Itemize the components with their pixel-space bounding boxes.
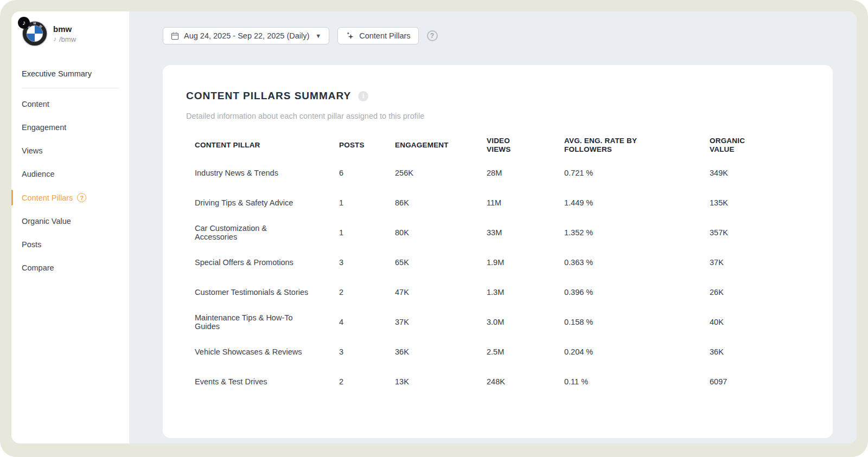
profile-text: bmw ♪ /bmw: [53, 24, 76, 43]
pillar-name-cell: Customer Testimonials & Stories: [195, 288, 310, 297]
pillar-name-cell: Driving Tips & Safety Advice: [195, 199, 310, 208]
column-header-posts: POSTS: [339, 141, 395, 150]
sidebar-item-label: Content Pillars: [22, 194, 73, 202]
profile-handle-row: ♪ /bmw: [53, 35, 76, 43]
table-cell: 6: [339, 169, 395, 178]
column-header-organic-value: ORGANIC VALUE: [710, 137, 801, 153]
tiktok-note-icon: ♪: [53, 35, 56, 43]
table-cell: 0.158 %: [564, 318, 710, 327]
table-cell: 357K: [710, 229, 801, 237]
toolbar: Aug 24, 2025 - Sep 22, 2025 (Daily) ▼ Co…: [163, 27, 857, 44]
table-cell: 0.11 %: [564, 378, 710, 387]
sidebar-item-label: Organic Value: [22, 217, 71, 226]
sidebar-item-posts[interactable]: Posts: [22, 235, 129, 254]
table-row: Driving Tips & Safety Advice186K11M1.449…: [195, 188, 801, 218]
help-icon[interactable]: ?: [77, 193, 86, 202]
calendar-icon: [171, 32, 179, 40]
table-cell: 28M: [487, 169, 564, 178]
table-cell: 349K: [710, 169, 801, 178]
table-cell: 3.0M: [487, 318, 564, 327]
main-content: Aug 24, 2025 - Sep 22, 2025 (Daily) ▼ Co…: [129, 11, 857, 443]
table-cell: 0.204 %: [564, 348, 710, 357]
sidebar-item-content-pillars[interactable]: Content Pillars ?: [22, 188, 129, 207]
sidebar-item-label: Compare: [22, 263, 54, 272]
table-cell: 11M: [487, 199, 564, 208]
sidebar-item-organic-value[interactable]: Organic Value: [22, 212, 129, 230]
table-cell: 135K: [710, 199, 801, 208]
table-cell: 3: [339, 348, 395, 357]
sidebar-divider: [22, 88, 119, 88]
table-cell: 1: [339, 199, 395, 208]
column-header-engagement: ENGAGEMENT: [395, 141, 487, 150]
content-pillars-card: CONTENT PILLARS SUMMARY i Detailed infor…: [163, 65, 833, 438]
table-row: Vehicle Showcases & Reviews336K2.5M0.204…: [195, 337, 801, 367]
table-cell: 37K: [395, 318, 487, 327]
sparkles-icon: [346, 31, 354, 40]
profile-handle: /bmw: [59, 35, 76, 43]
sidebar-item-views[interactable]: Views: [22, 141, 129, 160]
sidebar-nav: Content Engagement Views Audience Conten…: [22, 95, 129, 277]
info-icon[interactable]: i: [358, 91, 368, 101]
table-cell: 33M: [487, 229, 564, 237]
table-cell: 36K: [710, 348, 801, 357]
pillar-name-cell: Events & Test Drives: [195, 378, 310, 387]
content-pillars-button-label: Content Pillars: [359, 31, 410, 40]
table-cell: 36K: [395, 348, 487, 357]
date-range-label: Aug 24, 2025 - Sep 22, 2025 (Daily): [184, 31, 309, 40]
table-cell: 0.363 %: [564, 259, 710, 267]
table-cell: 65K: [395, 259, 487, 267]
help-button[interactable]: ?: [427, 30, 438, 41]
table-row: Maintenance Tips & How-To Guides437K3.0M…: [195, 307, 801, 337]
sidebar-item-compare[interactable]: Compare: [22, 259, 129, 277]
table-cell: 0.721 %: [564, 169, 710, 178]
table-cell: 1.449 %: [564, 199, 710, 208]
table-cell: 4: [339, 318, 395, 327]
table-cell: 2: [339, 378, 395, 387]
card-title: CONTENT PILLARS SUMMARY: [186, 90, 351, 102]
table-cell: 26K: [710, 288, 801, 297]
table-cell: 3: [339, 259, 395, 267]
pillar-name-cell: Vehicle Showcases & Reviews: [195, 348, 310, 357]
column-header-content-pillar: CONTENT PILLAR: [195, 141, 339, 150]
sidebar: B M W ♪ bmw ♪ /bmw Executive Summary: [11, 11, 129, 443]
table-cell: 256K: [395, 169, 487, 178]
table-body: Industry News & Trends6256K28M0.721 %349…: [195, 158, 801, 397]
pillar-name-cell: Maintenance Tips & How-To Guides: [195, 314, 310, 331]
table-cell: 2.5M: [487, 348, 564, 357]
table-row: Special Offers & Promotions365K1.9M0.363…: [195, 248, 801, 278]
table-cell: 86K: [395, 199, 487, 208]
profile-header: B M W ♪ bmw ♪ /bmw: [22, 21, 129, 47]
table-row: Customer Testimonials & Stories247K1.3M0…: [195, 278, 801, 307]
bmw-avatar: B M W ♪: [22, 21, 48, 47]
pillar-name-cell: Industry News & Trends: [195, 169, 310, 178]
sidebar-item-executive-summary[interactable]: Executive Summary: [22, 65, 129, 88]
chevron-down-icon: ▼: [315, 33, 321, 39]
sidebar-item-content[interactable]: Content: [22, 95, 129, 113]
sidebar-item-label: Engagement: [22, 123, 66, 132]
card-subtitle: Detailed information about each content …: [186, 112, 809, 120]
date-range-button[interactable]: Aug 24, 2025 - Sep 22, 2025 (Daily) ▼: [163, 27, 329, 44]
table-cell: 1.3M: [487, 288, 564, 297]
table-cell: 248K: [487, 378, 564, 387]
column-header-video-views: VIDEO VIEWS: [487, 137, 564, 153]
table-cell: 2: [339, 288, 395, 297]
sidebar-item-engagement[interactable]: Engagement: [22, 118, 129, 137]
pillar-name-cell: Special Offers & Promotions: [195, 259, 310, 267]
table-header-row: CONTENT PILLAR POSTS ENGAGEMENT VIDEO VI…: [195, 132, 801, 158]
content-pillars-table: CONTENT PILLAR POSTS ENGAGEMENT VIDEO VI…: [195, 132, 801, 397]
table-cell: 1.9M: [487, 259, 564, 267]
table-cell: 37K: [710, 259, 801, 267]
sidebar-item-label: Content: [22, 100, 49, 108]
table-row: Industry News & Trends6256K28M0.721 %349…: [195, 158, 801, 188]
sidebar-item-audience[interactable]: Audience: [22, 165, 129, 183]
app-window: B M W ♪ bmw ♪ /bmw Executive Summary: [11, 11, 857, 443]
sidebar-item-label: Posts: [22, 240, 41, 249]
table-cell: 1.352 %: [564, 229, 710, 237]
table-row: Events & Test Drives213K248K0.11 %6097: [195, 367, 801, 397]
table-cell: 0.396 %: [564, 288, 710, 297]
content-pillars-button[interactable]: Content Pillars: [337, 27, 418, 44]
column-header-avg-eng-rate: AVG. ENG. RATE BY FOLLOWERS: [564, 137, 710, 153]
table-cell: 6097: [710, 378, 801, 387]
table-cell: 80K: [395, 229, 487, 237]
table-cell: 1: [339, 229, 395, 237]
